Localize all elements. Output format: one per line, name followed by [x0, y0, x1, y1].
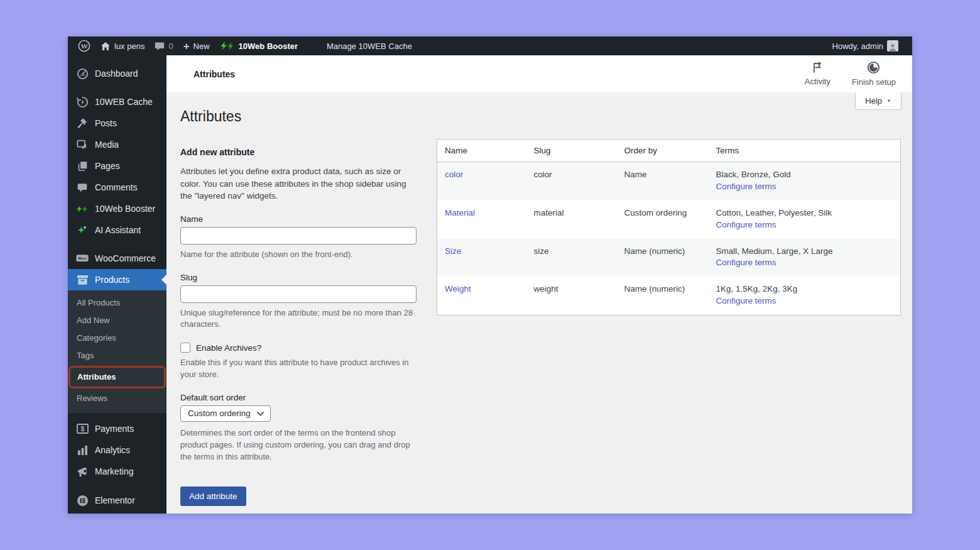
sidebar-item-marketing[interactable]: Marketing	[68, 461, 166, 482]
account-menu[interactable]: Howdy, admin	[827, 36, 903, 55]
configure-terms-link[interactable]: Configure terms	[716, 182, 776, 191]
sidebar-label: 10WEB Cache	[95, 96, 153, 108]
progress-circle-icon	[867, 61, 880, 76]
slug-input[interactable]	[180, 285, 416, 303]
booster-lightning-icon	[220, 41, 235, 51]
comments-count: 0	[168, 41, 173, 51]
sidebar-item-all-products[interactable]: All Products	[68, 294, 166, 312]
sidebar-label: Comments	[95, 181, 138, 194]
sidebar-item-payments[interactable]: $ Payments	[68, 418, 166, 439]
sidebar-item-categories[interactable]: Categories	[68, 329, 166, 347]
sidebar-item-10web-booster[interactable]: 10Web Booster	[68, 198, 166, 219]
attribute-slug: color	[526, 162, 617, 201]
breadcrumb: Attributes	[193, 69, 235, 79]
comments-menu[interactable]: 0	[150, 36, 178, 55]
sidebar-item-add-new[interactable]: Add New	[68, 312, 166, 329]
avatar	[887, 40, 898, 52]
form-heading: Add new attribute	[180, 147, 416, 157]
sidebar-item-tags[interactable]: Tags	[68, 347, 166, 365]
howdy-label: Howdy, admin	[832, 41, 883, 51]
pages-icon	[76, 160, 89, 172]
configure-terms-link[interactable]: Configure terms	[716, 296, 776, 305]
column-header-name: Name	[437, 140, 526, 162]
sort-order-select[interactable]: Custom ordering	[180, 405, 271, 422]
sidebar-item-10web-cache[interactable]: 10WEB Cache	[68, 91, 166, 113]
comment-icon	[76, 181, 89, 194]
site-name: lux pens	[114, 41, 144, 51]
sort-order-help: Determines the sort order of the terms o…	[180, 427, 416, 463]
sidebar: Dashboard 10WEB Cache Posts	[68, 55, 166, 514]
woocommerce-icon: Woo	[76, 252, 89, 265]
attribute-name-link[interactable]: Weight	[445, 284, 471, 294]
chevron-down-icon	[257, 409, 264, 418]
dashboard-icon	[76, 67, 89, 80]
attribute-slug: size	[526, 239, 617, 277]
admin-bar: lux pens 0 + New 10Web Booster Manage 10…	[68, 36, 912, 55]
elementor-icon	[76, 494, 89, 507]
enable-archives-checkbox[interactable]	[180, 343, 190, 353]
help-dropdown[interactable]: Help ▼	[855, 92, 901, 110]
form-description: Attributes let you define extra product …	[180, 165, 416, 202]
table-row: Weight weight Name (numeric) 1Kg, 1.5Kg,…	[437, 277, 901, 315]
activity-button[interactable]: Activity	[805, 62, 830, 86]
sidebar-label: AI Assistant	[95, 224, 141, 236]
sidebar-item-analytics[interactable]: Analytics	[68, 439, 166, 461]
slug-help: Unique slug/reference for the attribute;…	[180, 307, 416, 331]
configure-terms-link[interactable]: Configure terms	[716, 258, 776, 267]
attribute-terms: Small, Medium, Large, X Large	[716, 246, 893, 258]
attribute-slug: weight	[526, 277, 617, 315]
sidebar-item-media[interactable]: Media	[68, 134, 166, 155]
sidebar-label: Pages	[95, 160, 120, 172]
attribute-order-by: Name (numeric)	[617, 239, 709, 277]
wordpress-logo-menu[interactable]	[73, 36, 95, 55]
enable-archives-label[interactable]: Enable Archives?	[196, 343, 261, 353]
cache-icon	[76, 96, 89, 108]
sidebar-item-pages[interactable]: Pages	[68, 155, 166, 177]
wordpress-logo-icon	[78, 40, 90, 52]
sidebar-item-ai-assistant[interactable]: AI Assistant	[68, 219, 166, 241]
sidebar-item-reviews[interactable]: Reviews	[68, 390, 166, 407]
manage-cache-menu[interactable]: Manage 10WEB Cache	[322, 36, 417, 55]
add-attribute-form: Add new attribute Attributes let you def…	[180, 139, 416, 506]
column-header-order: Order by	[617, 140, 709, 162]
sidebar-item-attributes[interactable]: Attributes	[68, 366, 166, 388]
new-content-menu[interactable]: + New	[178, 36, 215, 55]
products-submenu: All Products Add New Categories Tags Att…	[68, 290, 166, 413]
attribute-slug: material	[526, 201, 617, 239]
sidebar-label: WooCommerce	[95, 252, 156, 265]
sort-order-label: Default sort order	[180, 393, 416, 402]
sidebar-item-dashboard[interactable]: Dashboard	[68, 63, 166, 84]
sidebar-item-elementor[interactable]: Elementor	[68, 490, 166, 511]
archives-help: Enable this if you want this attribute t…	[180, 357, 416, 381]
sidebar-item-woocommerce[interactable]: Woo WooCommerce	[68, 248, 166, 269]
booster-menu[interactable]: 10Web Booster	[215, 36, 303, 55]
sidebar-item-products[interactable]: Products	[68, 269, 166, 290]
sort-order-value: Custom ordering	[188, 409, 251, 418]
sidebar-item-comments[interactable]: Comments	[68, 177, 166, 198]
pushpin-icon	[76, 117, 89, 129]
wordpress-admin-window: lux pens 0 + New 10Web Booster Manage 10…	[68, 36, 912, 514]
sidebar-item-templates[interactable]: Templates	[68, 511, 166, 514]
attribute-name-link[interactable]: Material	[445, 208, 475, 217]
attribute-terms: Black, Bronze, Gold	[716, 169, 893, 181]
marketing-icon	[76, 465, 89, 478]
finish-setup-button[interactable]: Finish setup	[852, 61, 896, 87]
new-label: New	[193, 41, 210, 51]
configure-terms-link[interactable]: Configure terms	[716, 220, 776, 229]
sidebar-item-posts[interactable]: Posts	[68, 113, 166, 134]
attribute-name-link[interactable]: Size	[445, 246, 461, 256]
help-label: Help	[865, 96, 882, 106]
attributes-table-wrap: Name Slug Order by Terms color color	[437, 139, 901, 316]
name-input[interactable]	[180, 227, 416, 245]
finish-setup-label: Finish setup	[852, 77, 896, 87]
site-menu[interactable]: lux pens	[95, 36, 150, 55]
table-row: color color Name Black, Bronze, Gold Con…	[437, 162, 901, 201]
sidebar-label: Posts	[95, 117, 117, 129]
sidebar-label: Products	[95, 273, 129, 286]
add-attribute-button[interactable]: Add attribute	[180, 487, 246, 506]
attribute-order-by: Custom ordering	[617, 201, 709, 239]
attribute-name-link[interactable]: color	[445, 170, 463, 179]
booster-lightning-icon	[76, 202, 89, 215]
products-box-icon	[76, 273, 89, 286]
column-header-terms: Terms	[709, 140, 901, 162]
